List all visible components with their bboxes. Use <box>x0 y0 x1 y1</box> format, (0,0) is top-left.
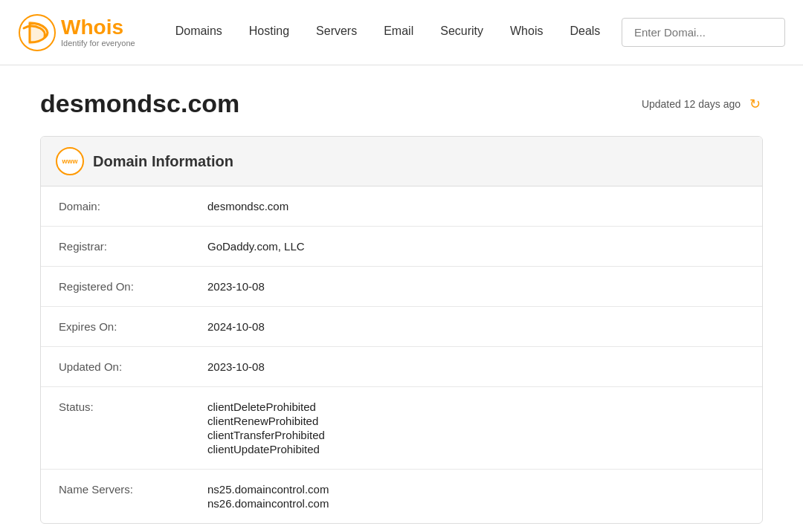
field-value-registrar: GoDaddy.com, LLC <box>190 227 762 267</box>
table-row: Registered On: 2023-10-08 <box>41 267 762 307</box>
nav-item-deals[interactable]: Deals <box>556 0 613 65</box>
main-content: desmondsc.com Updated 12 days ago ↻ www … <box>22 65 781 532</box>
field-value-updated-on: 2023-10-08 <box>190 347 762 387</box>
domain-info-card: www Domain Information Domain: desmondsc… <box>40 136 763 524</box>
field-label: Registered On: <box>41 267 190 307</box>
field-value-registered-on: 2023-10-08 <box>190 267 762 307</box>
field-label: Name Servers: <box>41 470 190 524</box>
status-item: clientUpdateProhibited <box>207 443 744 455</box>
search-input[interactable] <box>622 18 785 47</box>
status-item: clientRenewProhibited <box>207 415 744 427</box>
nav-item-domains[interactable]: Domains <box>162 0 236 65</box>
logo[interactable]: Whois Identify for everyone <box>18 13 135 52</box>
domain-title: desmondsc.com <box>40 89 239 118</box>
logo-icon <box>18 13 57 52</box>
table-row: Name Servers: ns25.domaincontrol.com ns2… <box>41 470 762 524</box>
field-value-status: clientDeleteProhibited clientRenewProhib… <box>190 387 762 470</box>
field-label: Domain: <box>41 186 190 227</box>
status-item: clientDeleteProhibited <box>207 400 744 413</box>
table-row: Updated On: 2023-10-08 <box>41 347 762 387</box>
status-list: clientDeleteProhibited clientRenewProhib… <box>207 400 744 455</box>
logo-tagline: Identify for everyone <box>61 39 135 48</box>
field-label: Expires On: <box>41 307 190 347</box>
updated-label: Updated 12 days ago <box>642 98 741 110</box>
header: Whois Identify for everyone Domains Host… <box>0 0 803 65</box>
field-label: Status: <box>41 387 190 470</box>
field-value-domain: desmondsc.com <box>190 186 762 227</box>
nav-item-hosting[interactable]: Hosting <box>236 0 303 65</box>
name-server-item: ns26.domaincontrol.com <box>207 497 744 510</box>
www-icon: www <box>56 147 84 175</box>
table-row: Registrar: GoDaddy.com, LLC <box>41 227 762 267</box>
main-nav: Domains Hosting Servers Email Security W… <box>162 0 622 65</box>
nav-item-email[interactable]: Email <box>370 0 427 65</box>
name-server-list: ns25.domaincontrol.com ns26.domaincontro… <box>207 483 744 510</box>
logo-text: Whois Identify for everyone <box>61 17 135 48</box>
field-value-expires-on: 2024-10-08 <box>190 307 762 347</box>
field-label: Updated On: <box>41 347 190 387</box>
nav-item-whois[interactable]: Whois <box>497 0 556 65</box>
name-server-item: ns25.domaincontrol.com <box>207 483 744 496</box>
table-row: Domain: desmondsc.com <box>41 186 762 227</box>
updated-row: Updated 12 days ago ↻ <box>642 96 763 112</box>
refresh-icon[interactable]: ↻ <box>746 96 763 112</box>
card-title: Domain Information <box>93 153 233 170</box>
card-header: www Domain Information <box>41 137 762 186</box>
nav-item-security[interactable]: Security <box>427 0 497 65</box>
logo-brand-name: Whois <box>61 17 135 38</box>
domain-title-row: desmondsc.com Updated 12 days ago ↻ <box>40 89 763 118</box>
nav-item-servers[interactable]: Servers <box>303 0 370 65</box>
table-row: Status: clientDeleteProhibited clientRen… <box>41 387 762 470</box>
field-value-nameservers: ns25.domaincontrol.com ns26.domaincontro… <box>190 470 762 524</box>
info-table: Domain: desmondsc.com Registrar: GoDaddy… <box>41 186 762 523</box>
table-row: Expires On: 2024-10-08 <box>41 307 762 347</box>
status-item: clientTransferProhibited <box>207 429 744 441</box>
field-label: Registrar: <box>41 227 190 267</box>
search-wrap <box>622 18 785 47</box>
